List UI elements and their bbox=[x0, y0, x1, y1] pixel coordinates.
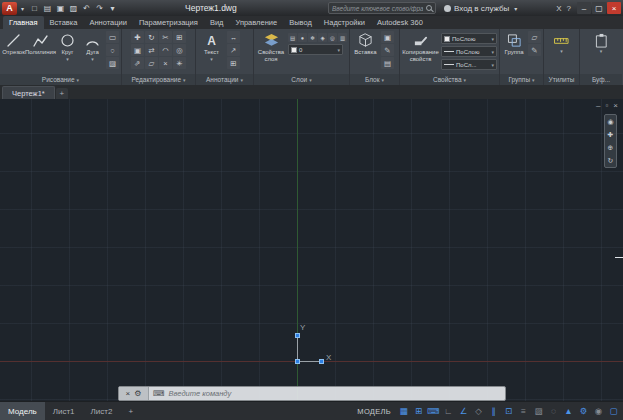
layer-freeze-icon[interactable]: ❄ bbox=[308, 33, 317, 42]
open-file-button[interactable]: ▤ bbox=[41, 4, 54, 13]
erase-icon[interactable]: × bbox=[159, 57, 172, 69]
ellipse-icon[interactable]: ○ bbox=[106, 44, 119, 56]
explode-icon[interactable]: ✳ bbox=[173, 57, 186, 69]
selection-cycling-toggle[interactable]: ◌ bbox=[546, 404, 561, 418]
lineweight-toggle[interactable]: ≡ bbox=[516, 404, 531, 418]
wrench-icon[interactable]: ⚙ bbox=[134, 389, 141, 398]
move-icon[interactable]: ✚ bbox=[131, 31, 144, 43]
navigation-bar[interactable]: ◉✚⊕↻ bbox=[604, 114, 617, 168]
tab-vyvod[interactable]: Вывод bbox=[283, 16, 318, 29]
file-tab-drawing1[interactable]: Чертеж1* bbox=[2, 86, 55, 99]
layer-isolate-icon[interactable]: ◎ bbox=[328, 33, 337, 42]
panel-label-layers[interactable]: Слои▾ bbox=[254, 74, 349, 85]
panel-label-annotate[interactable]: Аннотации▾ bbox=[196, 74, 253, 85]
help-icon[interactable]: ? bbox=[567, 4, 571, 13]
isometric-drafting-toggle[interactable]: ◇ bbox=[471, 404, 486, 418]
rectangle-icon[interactable]: ▭ bbox=[106, 31, 119, 43]
panel-label-modify[interactable]: Редактирование▾ bbox=[122, 74, 195, 85]
zoom-icon[interactable]: ⊕ bbox=[608, 144, 614, 152]
clean-screen-toggle[interactable]: ▢ bbox=[606, 404, 621, 418]
rotate-icon[interactable]: ↻ bbox=[145, 31, 158, 43]
signin-control[interactable]: Вход в службы ▾ bbox=[444, 0, 519, 16]
object-snap-tracking-toggle[interactable]: ∥ bbox=[486, 404, 501, 418]
undo-button[interactable]: ↶ bbox=[80, 4, 93, 13]
exchange-apps-icon[interactable]: X bbox=[556, 4, 561, 13]
panel-label-block[interactable]: Блок▾ bbox=[350, 74, 399, 85]
mirror-icon[interactable]: ⇄ bbox=[145, 44, 158, 56]
panel-label-utilities[interactable]: Утилиты bbox=[544, 74, 579, 85]
annotation-monitor-toggle[interactable]: ◉ bbox=[591, 404, 606, 418]
navigation-wheel-icon[interactable]: ◉ bbox=[607, 118, 613, 126]
new-drawing-tab-button[interactable]: + bbox=[56, 88, 68, 99]
polyline-button[interactable]: Полилиния bbox=[27, 31, 54, 56]
array-icon[interactable]: ⊞ bbox=[173, 31, 186, 43]
offset-icon[interactable]: ◎ bbox=[173, 44, 186, 56]
polar-tracking-toggle[interactable]: ∠ bbox=[456, 404, 471, 418]
layer-lock-icon[interactable]: ◈ bbox=[318, 33, 327, 42]
trim-icon[interactable]: ✂ bbox=[159, 31, 172, 43]
panel-label-clipboard[interactable]: Буф... bbox=[580, 74, 622, 85]
pan-icon[interactable]: ✚ bbox=[608, 131, 614, 139]
object-snap-toggle[interactable]: ⊡ bbox=[501, 404, 516, 418]
transparency-toggle[interactable]: ▨ bbox=[531, 404, 546, 418]
qat-customize-button[interactable]: ▾ bbox=[106, 4, 119, 13]
tab-annotacii[interactable]: Аннотации bbox=[83, 16, 133, 29]
linetype-dropdown[interactable]: ПоСлою ▾ bbox=[441, 46, 497, 57]
drawing-restore-button[interactable]: ▫ bbox=[605, 101, 608, 110]
new-file-button[interactable]: □ bbox=[28, 4, 41, 13]
arc-flyout-arrow-icon[interactable]: ▾ bbox=[91, 57, 94, 62]
tab-vid[interactable]: Вид bbox=[204, 16, 230, 29]
object-color-dropdown[interactable]: ПоСлою ▾ bbox=[441, 33, 497, 44]
circle-button[interactable]: Круг ▾ bbox=[56, 31, 79, 62]
measure-button[interactable]: ▾ bbox=[548, 31, 575, 54]
app-menu-arrow-icon[interactable]: ▾ bbox=[19, 5, 26, 12]
save-button[interactable]: ▣ bbox=[54, 4, 67, 13]
redo-button[interactable]: ↷ bbox=[93, 4, 106, 13]
paste-button[interactable]: ▾ bbox=[588, 31, 615, 54]
app-menu-button[interactable]: A bbox=[2, 2, 17, 15]
dynamic-input-toggle[interactable]: ⌨ bbox=[426, 404, 441, 418]
group-button[interactable]: Группа bbox=[502, 31, 526, 56]
layer-dropdown[interactable]: 0 ▾ bbox=[288, 44, 343, 55]
panel-label-properties[interactable]: Свойства▾ bbox=[400, 74, 499, 85]
arc-button[interactable]: Дуга ▾ bbox=[81, 31, 104, 62]
command-close-icon[interactable]: × bbox=[126, 389, 131, 398]
ortho-mode-toggle[interactable]: ∟ bbox=[441, 404, 456, 418]
create-block-icon[interactable]: ▣ bbox=[381, 31, 394, 43]
edit-block-icon[interactable]: ✎ bbox=[381, 44, 394, 56]
tab-parametrizaciya[interactable]: Параметризация bbox=[133, 16, 204, 29]
measure-flyout-arrow-icon[interactable]: ▾ bbox=[560, 49, 563, 54]
lineweight-dropdown[interactable]: ПоСл... ▾ bbox=[441, 59, 497, 70]
insert-block-button[interactable]: Вставка bbox=[352, 31, 379, 56]
match-properties-button[interactable]: Копирование свойств bbox=[402, 31, 439, 62]
tab-upravlenie[interactable]: Управление bbox=[229, 16, 283, 29]
signin-arrow-icon[interactable]: ▾ bbox=[512, 5, 519, 12]
ucs-grip-x[interactable] bbox=[319, 359, 324, 364]
ucs-grip-y[interactable] bbox=[295, 333, 300, 338]
paste-flyout-arrow-icon[interactable]: ▾ bbox=[600, 49, 603, 54]
tab-vstavka[interactable]: Вставка bbox=[44, 16, 84, 29]
search-icon[interactable] bbox=[426, 5, 432, 11]
leader-icon[interactable]: ↗ bbox=[227, 44, 240, 56]
ungroup-icon[interactable]: ▱ bbox=[528, 31, 541, 43]
text-button[interactable]: A Текст ▾ bbox=[198, 31, 225, 62]
copy-icon[interactable]: ▣ bbox=[131, 44, 144, 56]
model-tab[interactable]: Модель bbox=[0, 402, 45, 420]
layout1-tab[interactable]: Лист1 bbox=[45, 402, 83, 420]
panel-label-draw[interactable]: Рисование▾ bbox=[0, 74, 121, 85]
grid-display-toggle[interactable]: ▦ bbox=[396, 404, 411, 418]
text-flyout-arrow-icon[interactable]: ▾ bbox=[210, 57, 213, 62]
layer-match-icon[interactable]: ▥ bbox=[338, 33, 347, 42]
snap-mode-toggle[interactable]: ⊞ bbox=[411, 404, 426, 418]
fillet-icon[interactable]: ◠ bbox=[159, 44, 172, 56]
close-button[interactable]: × bbox=[607, 2, 621, 14]
drawing-canvas[interactable]: – ▫ × ◉✚⊕↻ Y X bbox=[0, 99, 623, 401]
tab-glavnaya[interactable]: Главная bbox=[3, 16, 44, 29]
hatch-icon[interactable]: ▨ bbox=[106, 57, 119, 69]
scale-icon[interactable]: ▱ bbox=[145, 57, 158, 69]
plot-button[interactable]: ▨ bbox=[67, 4, 80, 13]
orbit-icon[interactable]: ↻ bbox=[608, 157, 614, 165]
command-input[interactable]: ⌨ Введите команду bbox=[149, 389, 505, 398]
dimension-icon[interactable]: ↔ bbox=[227, 31, 240, 43]
circle-flyout-arrow-icon[interactable]: ▾ bbox=[66, 57, 69, 62]
